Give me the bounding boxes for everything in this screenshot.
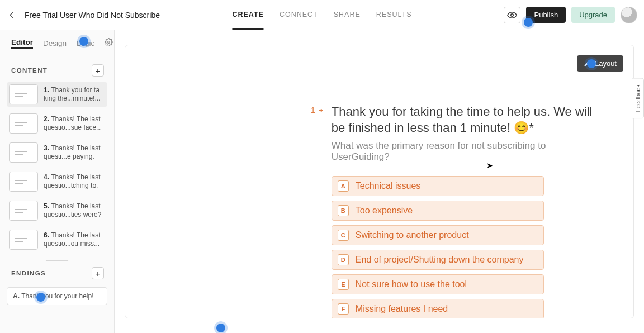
choice-key: E bbox=[338, 279, 349, 290]
content-item-6[interactable]: 6. Thanks! The last questio...ou miss... bbox=[7, 227, 107, 252]
back-icon[interactable] bbox=[7, 10, 17, 20]
svg-point-0 bbox=[511, 13, 514, 16]
question-number: 1 bbox=[311, 104, 324, 115]
choice-key: F bbox=[338, 303, 349, 315]
question-thumb-icon bbox=[9, 113, 38, 134]
ending-item-a[interactable]: A. Thank you for your help! bbox=[7, 287, 107, 305]
question-thumb-icon bbox=[9, 201, 38, 221]
content-item-text: 4. Thanks! The last questio...tching to. bbox=[44, 173, 104, 190]
content-item-text: 5. Thanks! The last questio...ties were? bbox=[44, 202, 104, 219]
choice-label: Too expensive bbox=[356, 206, 413, 216]
content-item-text: 2. Thanks! The last questio...sue face..… bbox=[44, 115, 104, 132]
arrow-right-icon bbox=[318, 107, 324, 113]
canvas-wrap: Layout 1 Thank you for taking the time t… bbox=[115, 30, 644, 333]
sidebar-tab-editor[interactable]: Editor bbox=[11, 38, 33, 49]
content-item-text: 6. Thanks! The last questio...ou miss... bbox=[44, 231, 104, 248]
gear-icon[interactable] bbox=[105, 38, 113, 49]
avatar[interactable] bbox=[621, 7, 637, 23]
eye-icon bbox=[507, 10, 517, 20]
nav-tab-share[interactable]: SHARE bbox=[334, 0, 361, 30]
question-thumb-icon bbox=[9, 172, 38, 192]
content-item-1[interactable]: 1. Thank you for ta king the...minute!..… bbox=[7, 82, 107, 107]
content-item-text: 3. Thanks! The last questi...e paying. bbox=[44, 144, 104, 161]
endings-list: A. Thank you for your help! bbox=[0, 285, 114, 312]
choice-label: Switching to another product bbox=[356, 230, 469, 240]
question-title[interactable]: Thank you for taking the time to help us… bbox=[332, 104, 594, 136]
content-item-text: 1. Thank you for ta king the...minute!..… bbox=[44, 86, 104, 103]
content-item-2[interactable]: 2. Thanks! The last questio...sue face..… bbox=[7, 111, 107, 136]
sidebar-divider bbox=[46, 260, 68, 261]
endings-header: ENDINGS + bbox=[0, 264, 114, 285]
canvas: Layout 1 Thank you for taking the time t… bbox=[125, 45, 634, 318]
sidebar-tab-design[interactable]: Design bbox=[43, 39, 67, 47]
form-title[interactable]: Free Trial User Who Did Not Subscribe bbox=[25, 11, 160, 20]
topbar: Free Trial User Who Did Not Subscribe CR… bbox=[0, 0, 644, 30]
feedback-label: Feedback bbox=[634, 84, 641, 113]
choice-e[interactable]: ENot sure how to use the tool bbox=[332, 274, 544, 294]
tour-beacon[interactable] bbox=[587, 59, 596, 68]
preview-button[interactable] bbox=[504, 7, 520, 23]
content-list: 1. Thank you for ta king the...minute!..… bbox=[0, 82, 114, 255]
choice-key: B bbox=[338, 205, 349, 216]
feedback-tab[interactable]: Feedback bbox=[632, 78, 644, 119]
nav-tab-create[interactable]: CREATE bbox=[232, 0, 263, 30]
question-thumb-icon bbox=[9, 142, 38, 163]
main: Editor Design Logic CONTENT + 1. Thank y… bbox=[0, 30, 644, 333]
question-description[interactable]: What was the primary reason for not subs… bbox=[332, 140, 594, 163]
nav-tab-results[interactable]: RESULTS bbox=[376, 0, 412, 30]
content-header: CONTENT + bbox=[0, 54, 114, 82]
tour-beacon[interactable] bbox=[524, 18, 533, 27]
nav-tab-connect[interactable]: CONNECT bbox=[280, 0, 318, 30]
choice-label: End of project/Shutting down the company bbox=[356, 255, 524, 265]
choice-c[interactable]: CSwitching to another product bbox=[332, 225, 544, 245]
tour-beacon[interactable] bbox=[79, 37, 88, 46]
layout-label: Layout bbox=[595, 59, 617, 68]
choice-label: Technical issues bbox=[356, 181, 421, 191]
layout-button[interactable]: Layout bbox=[577, 55, 623, 72]
choice-b[interactable]: BToo expensive bbox=[332, 201, 544, 221]
question-thumb-icon bbox=[9, 230, 38, 250]
choice-key: C bbox=[338, 230, 349, 241]
choice-label: Not sure how to use the tool bbox=[356, 279, 467, 289]
add-ending-button[interactable]: + bbox=[92, 267, 104, 279]
top-nav: CREATE CONNECT SHARE RESULTS bbox=[232, 0, 411, 30]
upgrade-button[interactable]: Upgrade bbox=[571, 7, 615, 23]
sidebar-tabs: Editor Design Logic bbox=[0, 30, 114, 54]
topbar-left: Free Trial User Who Did Not Subscribe bbox=[7, 10, 163, 20]
choice-f[interactable]: FMissing features I need bbox=[332, 299, 544, 318]
tour-beacon[interactable] bbox=[36, 293, 45, 302]
content-item-5[interactable]: 5. Thanks! The last questio...ties were? bbox=[7, 198, 107, 223]
content-item-3[interactable]: 3. Thanks! The last questi...e paying. bbox=[7, 140, 107, 165]
content-item-4[interactable]: 4. Thanks! The last questio...tching to. bbox=[7, 169, 107, 194]
add-question-button[interactable]: + bbox=[92, 64, 104, 77]
choice-a[interactable]: ATechnical issues bbox=[332, 176, 544, 196]
content-label: CONTENT bbox=[11, 67, 48, 74]
question-block: 1 Thank you for taking the time to help … bbox=[125, 45, 633, 318]
question-thumb-icon bbox=[9, 84, 38, 104]
endings-label: ENDINGS bbox=[11, 270, 46, 277]
choice-d[interactable]: DEnd of project/Shutting down the compan… bbox=[332, 250, 544, 270]
choice-label: Missing features I need bbox=[356, 304, 448, 314]
choices: ATechnical issues BToo expensive CSwitch… bbox=[332, 176, 544, 318]
tour-beacon[interactable] bbox=[216, 324, 225, 332]
svg-point-1 bbox=[108, 41, 110, 44]
sidebar: Editor Design Logic CONTENT + 1. Thank y… bbox=[0, 30, 115, 333]
choice-key: A bbox=[338, 180, 349, 192]
choice-key: D bbox=[338, 254, 349, 265]
